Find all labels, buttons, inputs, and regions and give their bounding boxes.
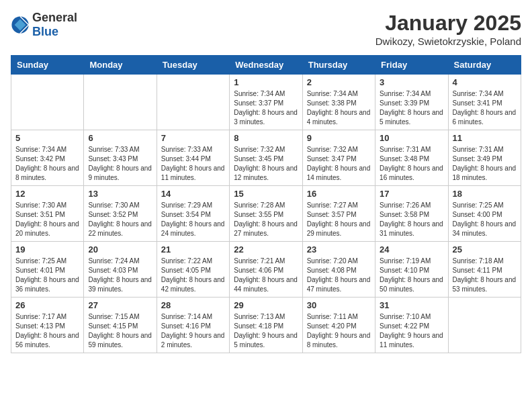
day-number: 30 xyxy=(307,300,371,310)
calendar-table: SundayMondayTuesdayWednesdayThursdayFrid… xyxy=(11,55,521,353)
day-info: Sunrise: 7:25 AM Sunset: 4:00 PM Dayligh… xyxy=(453,201,517,238)
calendar-cell xyxy=(448,298,521,353)
calendar-cell: 9Sunrise: 7:32 AM Sunset: 3:47 PM Daylig… xyxy=(302,130,375,186)
day-info: Sunrise: 7:11 AM Sunset: 4:20 PM Dayligh… xyxy=(307,312,371,350)
day-number: 8 xyxy=(234,133,298,143)
week-row: 5Sunrise: 7:34 AM Sunset: 3:42 PM Daylig… xyxy=(11,130,521,186)
day-info: Sunrise: 7:10 AM Sunset: 4:22 PM Dayligh… xyxy=(380,312,443,350)
day-info: Sunrise: 7:34 AM Sunset: 3:39 PM Dayligh… xyxy=(380,89,443,127)
calendar-cell: 1Sunrise: 7:34 AM Sunset: 3:37 PM Daylig… xyxy=(230,75,302,130)
weekday-header-row: SundayMondayTuesdayWednesdayThursdayFrid… xyxy=(11,56,521,75)
calendar-cell: 26Sunrise: 7:17 AM Sunset: 4:13 PM Dayli… xyxy=(11,298,84,353)
day-number: 27 xyxy=(88,300,152,310)
calendar-cell: 19Sunrise: 7:25 AM Sunset: 4:01 PM Dayli… xyxy=(11,242,84,298)
weekday-header: Wednesday xyxy=(230,56,302,75)
day-number: 19 xyxy=(15,244,79,255)
weekday-header: Tuesday xyxy=(157,56,229,75)
calendar-cell: 31Sunrise: 7:10 AM Sunset: 4:22 PM Dayli… xyxy=(375,298,448,353)
day-number: 29 xyxy=(234,300,298,310)
week-row: 19Sunrise: 7:25 AM Sunset: 4:01 PM Dayli… xyxy=(11,242,521,298)
calendar-cell: 16Sunrise: 7:27 AM Sunset: 3:57 PM Dayli… xyxy=(302,186,375,242)
week-row: 1Sunrise: 7:34 AM Sunset: 3:37 PM Daylig… xyxy=(11,75,521,130)
day-info: Sunrise: 7:32 AM Sunset: 3:47 PM Dayligh… xyxy=(307,145,371,183)
calendar-cell xyxy=(84,75,157,130)
day-info: Sunrise: 7:24 AM Sunset: 4:03 PM Dayligh… xyxy=(88,257,152,294)
calendar-cell: 3Sunrise: 7:34 AM Sunset: 3:39 PM Daylig… xyxy=(375,75,448,130)
day-number: 10 xyxy=(380,133,443,143)
day-info: Sunrise: 7:31 AM Sunset: 3:48 PM Dayligh… xyxy=(380,145,443,183)
calendar-cell: 13Sunrise: 7:30 AM Sunset: 3:52 PM Dayli… xyxy=(84,186,157,242)
calendar-cell: 2Sunrise: 7:34 AM Sunset: 3:38 PM Daylig… xyxy=(302,75,375,130)
logo: General Blue xyxy=(11,11,77,39)
calendar-cell: 18Sunrise: 7:25 AM Sunset: 4:00 PM Dayli… xyxy=(448,186,521,242)
day-info: Sunrise: 7:22 AM Sunset: 4:05 PM Dayligh… xyxy=(161,257,225,294)
day-info: Sunrise: 7:29 AM Sunset: 3:54 PM Dayligh… xyxy=(161,201,225,238)
day-info: Sunrise: 7:26 AM Sunset: 3:58 PM Dayligh… xyxy=(380,201,443,238)
calendar-cell: 25Sunrise: 7:18 AM Sunset: 4:11 PM Dayli… xyxy=(448,242,521,298)
day-number: 9 xyxy=(307,133,371,143)
calendar-cell: 30Sunrise: 7:11 AM Sunset: 4:20 PM Dayli… xyxy=(302,298,375,353)
day-info: Sunrise: 7:20 AM Sunset: 4:08 PM Dayligh… xyxy=(307,257,371,294)
weekday-header: Monday xyxy=(84,56,157,75)
calendar-cell: 27Sunrise: 7:15 AM Sunset: 4:15 PM Dayli… xyxy=(84,298,157,353)
day-info: Sunrise: 7:27 AM Sunset: 3:57 PM Dayligh… xyxy=(307,201,371,238)
day-number: 18 xyxy=(453,189,517,199)
calendar-cell xyxy=(11,75,84,130)
logo-icon xyxy=(11,15,30,34)
day-info: Sunrise: 7:19 AM Sunset: 4:10 PM Dayligh… xyxy=(380,257,443,294)
day-number: 1 xyxy=(234,77,298,87)
calendar-cell: 15Sunrise: 7:28 AM Sunset: 3:55 PM Dayli… xyxy=(230,186,302,242)
calendar-cell: 20Sunrise: 7:24 AM Sunset: 4:03 PM Dayli… xyxy=(84,242,157,298)
day-info: Sunrise: 7:33 AM Sunset: 3:43 PM Dayligh… xyxy=(88,145,152,183)
day-number: 17 xyxy=(380,189,443,199)
day-number: 25 xyxy=(453,244,517,255)
day-number: 2 xyxy=(307,77,371,87)
day-info: Sunrise: 7:14 AM Sunset: 4:16 PM Dayligh… xyxy=(161,312,225,350)
day-number: 14 xyxy=(161,189,225,199)
day-info: Sunrise: 7:34 AM Sunset: 3:37 PM Dayligh… xyxy=(234,89,298,127)
day-number: 24 xyxy=(380,244,443,255)
location-title: Dwikozy, Swietokrzyskie, Poland xyxy=(375,36,521,47)
calendar-cell: 5Sunrise: 7:34 AM Sunset: 3:42 PM Daylig… xyxy=(11,130,84,186)
day-number: 6 xyxy=(88,133,152,143)
weekday-header: Saturday xyxy=(448,56,521,75)
calendar-cell xyxy=(157,75,229,130)
day-number: 26 xyxy=(15,300,79,310)
calendar-cell: 11Sunrise: 7:31 AM Sunset: 3:49 PM Dayli… xyxy=(448,130,521,186)
calendar-cell: 4Sunrise: 7:34 AM Sunset: 3:41 PM Daylig… xyxy=(448,75,521,130)
day-info: Sunrise: 7:30 AM Sunset: 3:51 PM Dayligh… xyxy=(15,201,79,238)
day-info: Sunrise: 7:17 AM Sunset: 4:13 PM Dayligh… xyxy=(15,312,79,350)
page-header: General Blue January 2025 Dwikozy, Swiet… xyxy=(11,11,521,47)
day-info: Sunrise: 7:31 AM Sunset: 3:49 PM Dayligh… xyxy=(453,145,517,183)
calendar-cell: 23Sunrise: 7:20 AM Sunset: 4:08 PM Dayli… xyxy=(302,242,375,298)
calendar-cell: 22Sunrise: 7:21 AM Sunset: 4:06 PM Dayli… xyxy=(230,242,302,298)
day-info: Sunrise: 7:30 AM Sunset: 3:52 PM Dayligh… xyxy=(88,201,152,238)
day-info: Sunrise: 7:13 AM Sunset: 4:18 PM Dayligh… xyxy=(234,312,298,350)
weekday-header: Sunday xyxy=(11,56,84,75)
week-row: 26Sunrise: 7:17 AM Sunset: 4:13 PM Dayli… xyxy=(11,298,521,353)
day-info: Sunrise: 7:34 AM Sunset: 3:41 PM Dayligh… xyxy=(453,89,517,127)
logo-blue-text: Blue xyxy=(32,25,58,38)
day-number: 7 xyxy=(161,133,225,143)
day-number: 21 xyxy=(161,244,225,255)
day-info: Sunrise: 7:21 AM Sunset: 4:06 PM Dayligh… xyxy=(234,257,298,294)
weekday-header: Thursday xyxy=(302,56,375,75)
calendar-cell: 12Sunrise: 7:30 AM Sunset: 3:51 PM Dayli… xyxy=(11,186,84,242)
day-number: 3 xyxy=(380,77,443,87)
day-number: 31 xyxy=(380,300,443,310)
calendar-cell: 28Sunrise: 7:14 AM Sunset: 4:16 PM Dayli… xyxy=(157,298,229,353)
month-title: January 2025 xyxy=(375,11,521,36)
day-number: 13 xyxy=(88,189,152,199)
day-info: Sunrise: 7:15 AM Sunset: 4:15 PM Dayligh… xyxy=(88,312,152,350)
day-number: 15 xyxy=(234,189,298,199)
day-number: 16 xyxy=(307,189,371,199)
day-number: 11 xyxy=(453,133,517,143)
calendar-cell: 29Sunrise: 7:13 AM Sunset: 4:18 PM Dayli… xyxy=(230,298,302,353)
calendar-cell: 7Sunrise: 7:33 AM Sunset: 3:44 PM Daylig… xyxy=(157,130,229,186)
weekday-header: Friday xyxy=(375,56,448,75)
day-number: 5 xyxy=(15,133,79,143)
day-number: 12 xyxy=(15,189,79,199)
day-info: Sunrise: 7:32 AM Sunset: 3:45 PM Dayligh… xyxy=(234,145,298,183)
day-info: Sunrise: 7:25 AM Sunset: 4:01 PM Dayligh… xyxy=(15,257,79,294)
day-info: Sunrise: 7:18 AM Sunset: 4:11 PM Dayligh… xyxy=(453,257,517,294)
